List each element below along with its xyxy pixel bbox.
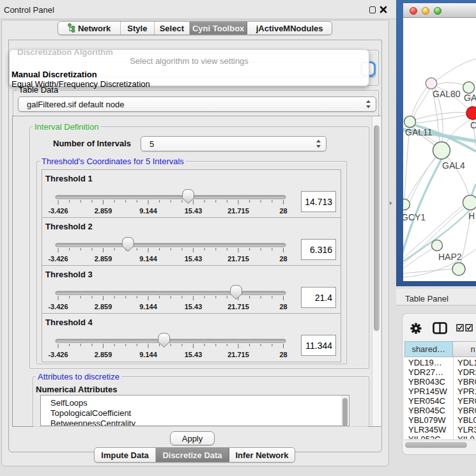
svg-text:15.43: 15.43 (185, 255, 203, 263)
svg-text:9.144: 9.144 (139, 303, 157, 311)
svg-text:28: 28 (279, 255, 287, 263)
svg-text:21.715: 21.715 (227, 207, 249, 215)
svg-text:-3.426: -3.426 (48, 255, 68, 263)
svg-text:21.715: 21.715 (227, 255, 249, 263)
svg-text:2.859: 2.859 (95, 303, 112, 311)
svg-text:21.715: 21.715 (227, 351, 249, 358)
svg-text:GAL11: GAL11 (405, 127, 433, 137)
svg-text:28: 28 (279, 207, 287, 215)
svg-text:15.43: 15.43 (185, 351, 203, 358)
svg-text:2.859: 2.859 (95, 207, 112, 215)
svg-text:21.715: 21.715 (227, 303, 249, 311)
svg-text:2.859: 2.859 (95, 255, 112, 263)
svg-text:C: C (470, 120, 476, 130)
svg-text:15.43: 15.43 (185, 303, 203, 311)
svg-text:H: H (468, 211, 475, 221)
svg-text:-3.426: -3.426 (48, 351, 68, 358)
svg-text:GAL4: GAL4 (442, 160, 465, 171)
svg-text:28: 28 (279, 351, 287, 358)
svg-text:9.144: 9.144 (139, 351, 157, 358)
svg-text:GAL80: GAL80 (433, 89, 461, 99)
svg-text:9.144: 9.144 (139, 255, 157, 263)
svg-text:9.144: 9.144 (139, 207, 157, 215)
svg-text:GA: GA (464, 93, 476, 103)
svg-text:15.43: 15.43 (185, 207, 203, 215)
svg-text:GCY1: GCY1 (403, 212, 426, 222)
svg-text:2.859: 2.859 (95, 351, 112, 358)
svg-text:28: 28 (279, 303, 287, 311)
svg-text:-3.426: -3.426 (48, 207, 68, 215)
svg-text:HAP2: HAP2 (438, 252, 462, 262)
svg-text:-3.426: -3.426 (48, 303, 68, 311)
